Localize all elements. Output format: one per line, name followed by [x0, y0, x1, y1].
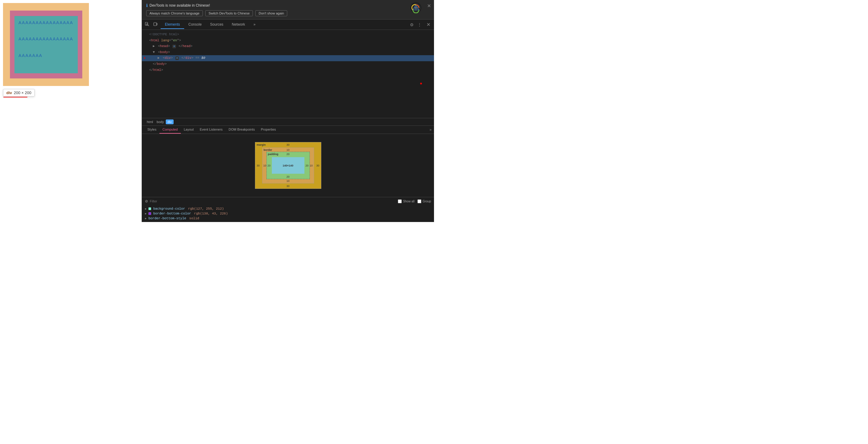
letter-a: A: [32, 36, 35, 41]
color-swatch-border[interactable]: [148, 212, 151, 215]
letter-a: A: [19, 36, 22, 41]
content-layer: 140×140: [272, 157, 304, 174]
border-label: border: [264, 148, 273, 151]
border-right-value: 10: [310, 164, 313, 167]
letter-a: A: [25, 36, 28, 41]
tab-computed[interactable]: Computed: [159, 126, 181, 134]
border-bottom-value: 10: [286, 179, 289, 182]
prop-expand-arrow[interactable]: ▶: [145, 212, 147, 215]
letter-a: A: [29, 36, 32, 41]
tab-event-listeners[interactable]: Event Listeners: [197, 126, 226, 134]
filter-icon: ⊘: [145, 199, 148, 203]
html-line-div[interactable]: ● ▶ <div> ⊙ </div> == $0: [142, 55, 434, 61]
notification-buttons: Always match Chrome's language Switch De…: [146, 10, 430, 16]
tab-layout[interactable]: Layout: [181, 126, 197, 134]
tab-properties[interactable]: Properties: [258, 126, 279, 134]
device-toolbar-button[interactable]: [152, 21, 159, 28]
letter-a: A: [22, 36, 25, 41]
letter-a: A: [19, 20, 22, 25]
toolbar-right: ⚙ ⋮ ✕: [409, 21, 433, 29]
prop-value-background-color: rgb(127, 255, 212): [188, 207, 224, 211]
show-all-checkbox-label[interactable]: Show all: [398, 199, 414, 203]
letter-a: A: [42, 20, 45, 25]
box-model-diagram: margin 30 30 30 30 border 10 10 10 10 pa…: [255, 142, 321, 189]
breadcrumb-body[interactable]: body: [155, 119, 166, 124]
svg-rect-10: [156, 23, 157, 25]
letter-a: A: [56, 20, 59, 25]
close-notification-button[interactable]: ✕: [427, 3, 431, 9]
letter-a: A: [39, 53, 42, 58]
element-tooltip: div 200 × 200: [3, 89, 35, 96]
letter-a: A: [50, 20, 52, 25]
letter-a: A: [29, 20, 32, 25]
css-properties-list: ▶ background-color rgb(127, 255, 212) ▶ …: [142, 205, 434, 222]
show-all-label: Show all: [403, 200, 414, 203]
svg-point-5: [415, 7, 417, 9]
content-dimensions: 140×140: [283, 164, 293, 167]
margin-bottom-value: 30: [286, 185, 289, 188]
match-language-button[interactable]: Always match Chrome's language: [146, 10, 203, 16]
pink-border-element: A A A A A A A A A A A A A A A A A A A A: [10, 10, 82, 79]
close-devtools-button[interactable]: ✕: [424, 21, 433, 29]
box-model-area: margin 30 30 30 30 border 10 10 10 10 pa…: [142, 134, 434, 197]
tab-sources[interactable]: Sources: [206, 21, 227, 29]
prop-expand-arrow[interactable]: ▶: [145, 207, 147, 211]
svg-line-7: [148, 25, 149, 26]
html-line-head[interactable]: ▶ <head> ⊙ </head>: [142, 43, 434, 50]
show-all-checkbox[interactable]: [398, 199, 402, 203]
prop-name-background-color: background-color: [153, 207, 185, 211]
filter-input[interactable]: [150, 199, 395, 203]
tab-dom-breakpoints[interactable]: DOM Breakpoints: [226, 126, 258, 134]
filter-checkboxes: Show all Group: [398, 199, 431, 203]
breadcrumb-div[interactable]: div: [166, 119, 174, 124]
letter-a: A: [36, 36, 38, 41]
html-line-doctype: <!DOCTYPE html>: [142, 32, 434, 38]
group-label: Group: [423, 200, 431, 203]
cursor-dot: [420, 83, 422, 85]
inspect-element-button[interactable]: [143, 21, 151, 28]
html-line-html[interactable]: <html lang="en">: [142, 38, 434, 44]
more-options-button[interactable]: ⋮: [416, 21, 423, 28]
padding-left-value: 20: [268, 164, 271, 167]
dont-show-button[interactable]: Don't show again: [255, 10, 287, 16]
tab-network[interactable]: Network: [227, 21, 249, 29]
tab-more[interactable]: »: [249, 21, 260, 29]
letter-a: A: [63, 36, 66, 41]
prop-name-border-bottom-color: border-bottom-color: [153, 212, 191, 215]
styles-tabs: Styles Computed Layout Event Listeners D…: [142, 126, 434, 134]
css-prop-background-color[interactable]: ▶ background-color rgb(127, 255, 212): [142, 206, 434, 211]
letter-a: A: [60, 20, 62, 25]
padding-bottom-value: 20: [286, 175, 289, 178]
letter-a: A: [22, 20, 25, 25]
svg-rect-9: [154, 23, 156, 26]
letter-a: A: [56, 36, 59, 41]
letter-a: A: [53, 20, 56, 25]
css-prop-border-bottom-color[interactable]: ▶ border-bottom-color rgb(138, 43, 226): [142, 211, 434, 216]
tab-elements[interactable]: Elements: [161, 21, 184, 29]
switch-chinese-button[interactable]: Switch DevTools to Chinese: [205, 10, 253, 16]
letter-a: A: [32, 53, 35, 58]
group-checkbox[interactable]: [417, 199, 421, 203]
settings-button[interactable]: ⚙: [409, 21, 415, 28]
letter-a: A: [46, 20, 49, 25]
letter-a: A: [63, 20, 66, 25]
margin-label: margin: [257, 143, 266, 146]
tab-styles[interactable]: Styles: [144, 126, 159, 134]
teal-content-box: A A A A A A A A A A A A A A A A A A A A: [14, 16, 78, 73]
tab-console[interactable]: Console: [184, 21, 206, 29]
html-line-body[interactable]: ▼ <body>: [142, 50, 434, 56]
webpage-preview-panel: A A A A A A A A A A A A A A A A A A A A: [0, 0, 142, 222]
breadcrumb-html[interactable]: html: [145, 119, 155, 124]
group-checkbox-label[interactable]: Group: [417, 199, 431, 203]
html-tree-panel: <!DOCTYPE html> <html lang="en"> ▶ <head…: [142, 30, 434, 118]
css-prop-border-bottom-style[interactable]: ▶ border-bottom-style solid: [142, 216, 434, 221]
info-icon: ℹ: [146, 3, 148, 8]
html-line-html-close: </html>: [142, 67, 434, 73]
breadcrumb-bar: html body div: [142, 118, 434, 125]
prop-expand-arrow[interactable]: ▶: [145, 217, 147, 220]
letter-a: A: [42, 36, 45, 41]
styles-more-button[interactable]: »: [430, 127, 432, 132]
color-swatch-background[interactable]: [148, 207, 151, 210]
letter-a: A: [29, 53, 32, 58]
letter-a: A: [53, 36, 56, 41]
